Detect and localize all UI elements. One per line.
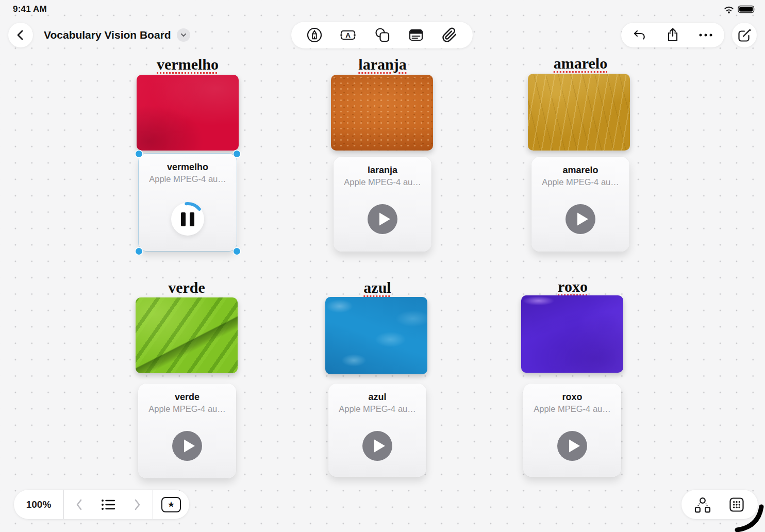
audio-subtitle: Apple MPEG-4 au… xyxy=(531,177,629,187)
text-box-icon: A xyxy=(340,27,356,43)
audio-attachment-card[interactable]: amarelo Apple MPEG-4 au… xyxy=(531,157,629,252)
play-button[interactable] xyxy=(566,204,595,234)
audio-title: roxo xyxy=(523,384,621,403)
card-word-label[interactable]: verde xyxy=(168,279,205,296)
previous-board-button[interactable] xyxy=(66,490,93,519)
card-word-label[interactable]: roxo xyxy=(558,278,588,295)
shapes-icon xyxy=(374,27,390,43)
play-icon xyxy=(172,431,202,461)
zoom-level[interactable]: 100% xyxy=(14,499,63,510)
tools-toolbar: A xyxy=(291,22,473,48)
audio-attachment-card[interactable]: azul Apple MPEG-4 au… xyxy=(328,384,426,477)
card-word-label[interactable]: azul xyxy=(363,279,391,296)
page-title: Vocabulary Vision Board xyxy=(44,29,171,41)
share-icon xyxy=(666,27,680,43)
audio-title: amarelo xyxy=(531,157,629,176)
selection-handle-top-left[interactable] xyxy=(136,151,142,157)
status-icons xyxy=(723,5,757,14)
card-word-label[interactable]: laranja xyxy=(358,56,406,73)
freeform-canvas[interactable]: { "status_bar": { "time": "9:41 AM", "wi… xyxy=(0,0,765,532)
chevron-down-icon xyxy=(179,31,188,39)
selection-handle-bottom-right[interactable] xyxy=(234,248,240,255)
favorites-button[interactable]: ★ xyxy=(161,497,181,512)
undo-button[interactable] xyxy=(625,23,654,47)
svg-text:A: A xyxy=(345,31,351,39)
wifi-icon xyxy=(723,5,735,14)
chevron-left-icon xyxy=(74,498,85,511)
navigation-toolbar: 100% ★ xyxy=(14,490,189,519)
pause-button[interactable] xyxy=(171,203,204,236)
audio-subtitle: Apple MPEG-4 au… xyxy=(138,404,236,414)
corner-stroke-arc xyxy=(734,504,765,532)
status-time: 9:41 AM xyxy=(13,4,47,14)
play-icon xyxy=(557,431,587,461)
sticky-note-tool-button[interactable] xyxy=(401,23,431,47)
star-icon: ★ xyxy=(168,500,175,509)
more-button[interactable] xyxy=(691,23,720,47)
next-board-button[interactable] xyxy=(124,490,151,519)
audio-subtitle: Apple MPEG-4 au… xyxy=(328,404,426,414)
audio-subtitle: Apple MPEG-4 au… xyxy=(334,177,431,187)
hierarchy-icon xyxy=(693,496,712,513)
undo-icon xyxy=(633,29,647,41)
play-icon xyxy=(368,204,397,234)
pencil-circle-icon xyxy=(306,27,323,43)
boards-list-button[interactable] xyxy=(95,490,122,519)
paperclip-icon xyxy=(442,27,457,43)
audio-title: laranja xyxy=(334,157,431,176)
chevron-left-icon xyxy=(12,27,29,43)
selection-handle-bottom-left[interactable] xyxy=(136,248,142,255)
shapes-tool-button[interactable] xyxy=(367,23,397,47)
audio-subtitle: Apple MPEG-4 au… xyxy=(523,404,621,414)
card-word-label[interactable]: vermelho xyxy=(157,56,219,73)
color-image-azul[interactable] xyxy=(325,297,427,374)
draw-tool-button[interactable] xyxy=(300,23,329,47)
color-image-vermelho[interactable] xyxy=(137,75,239,151)
play-button[interactable] xyxy=(172,431,202,461)
title-menu-button[interactable] xyxy=(177,28,190,42)
play-icon xyxy=(566,204,595,234)
board-title-group: Vocabulary Vision Board xyxy=(44,28,190,42)
play-button[interactable] xyxy=(557,431,587,461)
audio-subtitle: Apple MPEG-4 au… xyxy=(139,174,237,184)
text-tool-button[interactable]: A xyxy=(333,23,363,47)
audio-attachment-card[interactable]: verde Apple MPEG-4 au… xyxy=(138,384,236,478)
connect-diagram-button[interactable] xyxy=(689,490,716,519)
play-button[interactable] xyxy=(368,204,397,234)
sticky-note-icon xyxy=(408,27,424,43)
audio-attachment-card[interactable]: laranja Apple MPEG-4 au… xyxy=(334,157,431,252)
audio-title: verde xyxy=(138,384,236,403)
color-image-roxo[interactable] xyxy=(521,295,623,373)
compose-icon xyxy=(737,27,752,43)
color-image-verde[interactable] xyxy=(136,297,238,373)
color-image-amarelo[interactable] xyxy=(528,74,630,151)
audio-title: azul xyxy=(328,384,426,403)
card-word-label[interactable]: amarelo xyxy=(554,55,607,72)
audio-attachment-card[interactable]: roxo Apple MPEG-4 au… xyxy=(523,384,621,477)
bulleted-list-icon xyxy=(101,498,115,511)
actions-toolbar xyxy=(621,23,724,47)
color-image-laranja[interactable] xyxy=(331,75,433,151)
chevron-right-icon xyxy=(132,498,142,511)
pause-icon xyxy=(181,212,186,226)
audio-attachment-card[interactable]: vermelho Apple MPEG-4 au… xyxy=(139,154,237,251)
audio-title: vermelho xyxy=(139,154,237,173)
pause-icon xyxy=(190,212,194,226)
play-icon xyxy=(362,431,392,461)
play-button[interactable] xyxy=(362,431,392,461)
back-button[interactable] xyxy=(8,23,33,47)
selection-handle-top-right[interactable] xyxy=(234,151,240,157)
battery-full-icon xyxy=(738,5,757,14)
new-board-button[interactable] xyxy=(732,23,757,47)
ellipsis-icon xyxy=(697,33,714,37)
insert-attachment-button[interactable] xyxy=(435,23,464,47)
share-button[interactable] xyxy=(658,23,687,47)
